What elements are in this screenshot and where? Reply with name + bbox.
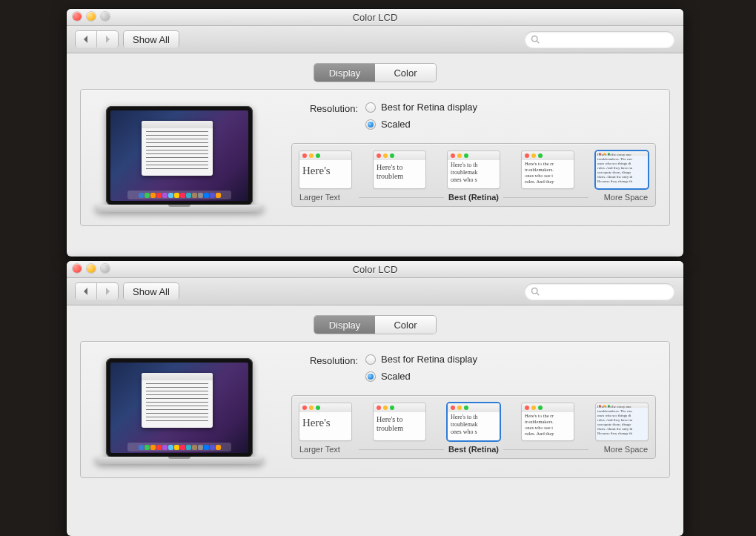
resolution-scale-picker: Here'sHere's to troublemHere's to th tro… <box>291 143 656 207</box>
nav-segment <box>76 283 118 300</box>
svg-line-1 <box>537 41 539 43</box>
main-content: Display Color Resolution: Best for Retin… <box>67 53 683 226</box>
scale-label-mid: Best (Retina) <box>448 193 499 202</box>
resolution-label: Resolution: <box>291 354 358 366</box>
scale-option-3[interactable]: Here's to th troublemak ones who s <box>448 151 500 188</box>
search-field[interactable] <box>525 283 674 300</box>
radio-best-for-retina[interactable]: Best for Retina display <box>365 102 477 113</box>
scale-option-1[interactable]: Here's <box>299 151 351 188</box>
window-title: Color LCD <box>353 12 398 23</box>
radio-dot-icon <box>365 119 376 130</box>
zoom-icon[interactable] <box>101 264 110 273</box>
forward-button[interactable] <box>96 283 118 300</box>
forward-button[interactable] <box>96 31 118 47</box>
macbook-illustration <box>94 358 265 464</box>
radio-dot-icon <box>365 354 376 365</box>
scale-label-right: More Space <box>593 445 648 454</box>
scale-option-1[interactable]: Here's <box>299 403 351 440</box>
toolbar: Show All <box>67 278 683 305</box>
back-button[interactable] <box>76 283 96 300</box>
minimize-icon[interactable] <box>87 264 96 273</box>
svg-point-0 <box>532 36 538 42</box>
search-icon <box>531 35 540 44</box>
radio-scaled[interactable]: Scaled <box>365 119 477 130</box>
search-field[interactable] <box>525 31 674 47</box>
scale-label-left: Larger Text <box>299 445 354 454</box>
display-panel: Resolution: Best for Retina display Scal… <box>80 89 670 226</box>
scale-label-left: Larger Text <box>299 193 354 202</box>
scale-option-5[interactable]: Here's to the crazy one troublemakers. T… <box>596 151 648 188</box>
dock-illustration <box>127 443 231 451</box>
zoom-icon[interactable] <box>101 12 110 21</box>
close-icon[interactable] <box>73 12 82 21</box>
search-icon <box>531 287 540 296</box>
show-all-label: Show All <box>133 286 170 297</box>
scale-option-4[interactable]: Here's to the cr troublemakers. ones who… <box>522 403 574 440</box>
toolbar: Show All <box>67 26 683 53</box>
tab-color[interactable]: Color <box>375 316 436 334</box>
tab-color[interactable]: Color <box>375 64 436 82</box>
tab-display[interactable]: Display <box>314 316 375 334</box>
scale-label-mid: Best (Retina) <box>448 445 499 454</box>
scale-option-5[interactable]: Here's to the crazy one troublemakers. T… <box>596 403 648 440</box>
tab-segment: Display Color <box>314 64 436 82</box>
nav-segment <box>76 31 118 47</box>
radio-dot-icon <box>365 371 376 382</box>
radio-dot-icon <box>365 102 376 113</box>
resolution-scale-picker: Here'sHere's to troublemHere's to th tro… <box>291 395 656 459</box>
window-title: Color LCD <box>353 264 398 275</box>
search-input[interactable] <box>543 33 657 45</box>
show-all-button[interactable]: Show All <box>124 31 179 47</box>
close-icon[interactable] <box>73 264 82 273</box>
traffic-lights <box>73 264 110 273</box>
scale-option-2[interactable]: Here's to troublem <box>374 151 425 188</box>
scale-option-2[interactable]: Here's to troublem <box>374 403 425 440</box>
radio-best-for-retina[interactable]: Best for Retina display <box>365 354 477 365</box>
minimize-icon[interactable] <box>87 12 96 21</box>
tab-segment: Display Color <box>314 316 436 334</box>
main-content: Display Color Resolution: Best for Retin… <box>67 305 683 478</box>
resolution-label: Resolution: <box>291 102 358 114</box>
search-input[interactable] <box>543 285 657 297</box>
traffic-lights <box>73 12 110 21</box>
svg-point-2 <box>532 288 538 294</box>
back-button[interactable] <box>76 31 96 47</box>
radio-scaled[interactable]: Scaled <box>365 371 477 382</box>
show-all-label: Show All <box>133 34 170 45</box>
scale-option-3[interactable]: Here's to th troublemak ones who s <box>448 403 500 440</box>
display-panel: Resolution: Best for Retina display Scal… <box>80 341 670 478</box>
titlebar: Color LCD <box>67 261 683 278</box>
tab-display[interactable]: Display <box>314 64 375 82</box>
prefs-window-top: Color LCD Show All Display Color <box>67 9 683 257</box>
macbook-illustration <box>94 106 265 212</box>
scale-option-4[interactable]: Here's to the cr troublemakers. ones who… <box>522 151 574 188</box>
svg-line-3 <box>537 293 539 295</box>
show-all-button[interactable]: Show All <box>124 283 179 300</box>
prefs-window-bottom: Color LCD Show All Display Color <box>67 261 683 536</box>
scale-label-right: More Space <box>593 193 648 202</box>
titlebar: Color LCD <box>67 9 683 26</box>
dock-illustration <box>127 191 231 199</box>
